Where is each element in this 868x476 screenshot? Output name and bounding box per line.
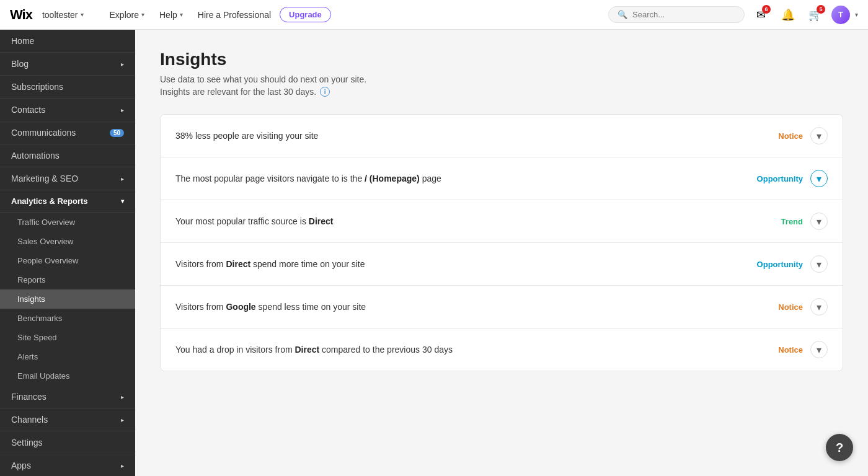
sidebar-section-analytics[interactable]: Analytics & Reports ▾ — [0, 190, 135, 213]
insight-right-2: Opportunity ▾ — [747, 170, 828, 187]
hire-professional-link[interactable]: Hire a Professional — [192, 6, 277, 24]
communications-badge: 50 — [110, 129, 124, 137]
chevron-down-icon: ▾ — [817, 301, 822, 313]
analytics-chevron-icon: ▾ — [121, 198, 124, 205]
insight-tag-6: Notice — [778, 345, 803, 355]
insight-expand-5[interactable]: ▾ — [810, 298, 828, 315]
insight-text-1: 38% less people are visiting your site — [175, 130, 747, 143]
sidebar-item-automations[interactable]: Automations — [0, 144, 135, 167]
sidebar-item-home[interactable]: Home — [0, 30, 135, 53]
messages-badge: 6 — [762, 5, 771, 14]
top-navigation: Wix tooltester ▾ Explore ▾ Help ▾ Hire a… — [0, 0, 868, 30]
topnav-right: 🔍 ✉ 6 🔔 🛒 5 T ▾ — [608, 4, 858, 26]
sidebar-item-finances[interactable]: Finances ▸ — [0, 386, 135, 408]
cart-badge: 5 — [817, 5, 825, 14]
chevron-down-icon: ▾ — [817, 130, 822, 142]
insight-row-1: 38% less people are visiting your site N… — [161, 115, 843, 157]
insight-text-2: The most popular page visitors navigate … — [175, 172, 747, 185]
insight-text-3: Your most popular traffic source is Dire… — [175, 215, 747, 228]
insight-row-3: Your most popular traffic source is Dire… — [161, 200, 843, 243]
upgrade-button[interactable]: Upgrade — [280, 7, 331, 22]
channels-chevron-icon: ▸ — [121, 416, 124, 423]
insight-tag-1: Notice — [778, 131, 803, 141]
site-selector[interactable]: tooltester ▾ — [37, 7, 89, 22]
sidebar-item-blog[interactable]: Blog ▸ — [0, 53, 135, 76]
insights-card: 38% less people are visiting your site N… — [160, 114, 843, 371]
insight-expand-1[interactable]: ▾ — [810, 127, 828, 144]
sidebar-item-sales-overview[interactable]: Sales Overview — [0, 232, 135, 251]
messages-button[interactable]: ✉ 6 — [750, 4, 772, 26]
notifications-button[interactable]: 🔔 — [777, 4, 799, 26]
insight-text-5: Visitors from Google spend less time on … — [175, 301, 747, 314]
wix-logo: Wix — [10, 7, 32, 23]
insight-row-4: Visitors from Direct spend more time on … — [161, 243, 843, 286]
sidebar-item-people-overview[interactable]: People Overview — [0, 251, 135, 270]
bell-icon: 🔔 — [781, 8, 795, 22]
insight-tag-3: Trend — [781, 217, 803, 226]
blog-chevron-icon: ▸ — [121, 61, 124, 68]
topnav-links: Explore ▾ Help ▾ Hire a Professional Upg… — [104, 6, 598, 24]
help-link[interactable]: Help ▾ — [153, 6, 189, 24]
cart-button[interactable]: 🛒 5 — [804, 4, 826, 26]
chevron-down-icon: ▾ — [817, 258, 822, 270]
sidebar-item-settings[interactable]: Settings — [0, 431, 135, 454]
insight-expand-2[interactable]: ▾ — [810, 170, 828, 187]
avatar[interactable]: T — [831, 6, 850, 24]
site-name: tooltester — [42, 10, 78, 20]
insight-expand-6[interactable]: ▾ — [810, 341, 828, 358]
insight-right-3: Trend ▾ — [747, 213, 828, 230]
sidebar-item-traffic-overview[interactable]: Traffic Overview — [0, 213, 135, 232]
avatar-chevron-icon: ▾ — [855, 11, 858, 18]
sidebar-item-contacts[interactable]: Contacts ▸ — [0, 99, 135, 121]
sidebar-item-channels[interactable]: Channels ▸ — [0, 408, 135, 431]
page-subtitle-2: Insights are relevant for the last 30 da… — [160, 87, 843, 97]
sidebar-item-apps[interactable]: Apps ▸ — [0, 454, 135, 476]
apps-chevron-icon: ▸ — [121, 462, 124, 469]
search-icon: 🔍 — [618, 10, 627, 19]
sidebar-item-alerts[interactable]: Alerts — [0, 347, 135, 366]
insight-row-6: You had a drop in visitors from Direct c… — [161, 328, 843, 371]
search-input[interactable] — [632, 10, 735, 19]
search-bar[interactable]: 🔍 — [608, 6, 745, 23]
marketing-chevron-icon: ▸ — [121, 175, 124, 182]
contacts-chevron-icon: ▸ — [121, 107, 124, 113]
insight-tag-4: Opportunity — [757, 260, 803, 269]
chevron-down-icon: ▾ — [817, 216, 822, 227]
site-selector-chevron-icon: ▾ — [81, 11, 84, 18]
insight-right-6: Notice ▾ — [747, 341, 828, 358]
insight-row-5: Visitors from Google spend less time on … — [161, 286, 843, 328]
sidebar-item-marketing-seo[interactable]: Marketing & SEO ▸ — [0, 167, 135, 190]
insight-right-1: Notice ▾ — [747, 127, 828, 144]
sidebar-item-subscriptions[interactable]: Subscriptions — [0, 76, 135, 99]
insight-right-4: Opportunity ▾ — [747, 255, 828, 273]
explore-chevron-icon: ▾ — [141, 11, 144, 18]
insight-expand-4[interactable]: ▾ — [810, 255, 828, 273]
insight-expand-3[interactable]: ▾ — [810, 213, 828, 230]
insight-text-4: Visitors from Direct spend more time on … — [175, 258, 747, 271]
sidebar: Home Blog ▸ Subscriptions Contacts ▸ Com… — [0, 30, 135, 476]
insight-text-6: You had a drop in visitors from Direct c… — [175, 343, 747, 356]
help-button[interactable]: ? — [826, 434, 853, 461]
finances-chevron-icon: ▸ — [121, 394, 124, 400]
page-subtitle-1: Use data to see what you should do next … — [160, 74, 843, 84]
insight-row-2: The most popular page visitors navigate … — [161, 157, 843, 200]
sidebar-item-communications[interactable]: Communications 50 — [0, 121, 135, 144]
sidebar-item-insights[interactable]: Insights — [0, 289, 135, 309]
sidebar-item-email-updates[interactable]: Email Updates — [0, 366, 135, 386]
sidebar-item-benchmarks[interactable]: Benchmarks — [0, 309, 135, 328]
chevron-down-icon: ▾ — [817, 173, 822, 185]
chevron-down-icon: ▾ — [817, 344, 822, 356]
insight-tag-2: Opportunity — [757, 174, 803, 183]
sidebar-item-reports[interactable]: Reports — [0, 270, 135, 289]
sidebar-item-site-speed[interactable]: Site Speed — [0, 328, 135, 347]
explore-link[interactable]: Explore ▾ — [104, 6, 151, 24]
info-icon[interactable]: i — [320, 87, 330, 97]
insight-right-5: Notice ▾ — [747, 298, 828, 315]
main-content: Insights Use data to see what you should… — [135, 30, 868, 476]
insight-tag-5: Notice — [778, 302, 803, 312]
page-title: Insights — [160, 50, 843, 69]
help-chevron-icon: ▾ — [180, 11, 183, 18]
